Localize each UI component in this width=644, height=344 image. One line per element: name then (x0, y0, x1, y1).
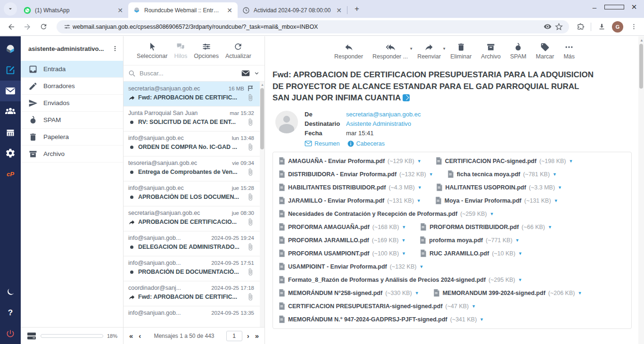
extensions-icon[interactable] (575, 21, 586, 33)
browser-tab[interactable]: (1) WhatsApp ✕ (19, 2, 128, 18)
sidebar-item-calendar[interactable] (0, 122, 21, 143)
folder-item-spam[interactable]: SPAM (21, 112, 123, 129)
attachment-item[interactable]: PROFORMA JARAMILLO.pdf (~169 KB) ▼ (279, 235, 405, 246)
address-bar[interactable]: webmail.sanjuan.gob.ec/cpsess8086906572/… (57, 20, 569, 33)
sidebar-item-mail[interactable] (0, 81, 21, 101)
attachment-item[interactable]: Moya - Enviar Proforma.pdf (~131 KB) ▼ (435, 196, 558, 206)
attachment-name[interactable]: MEMORÁNDUM N.° 947-2024-GADPRSJ-PJFT-sig… (288, 316, 447, 323)
attachment-name[interactable]: PROFORMA JARAMILLO.pdf (288, 237, 369, 244)
attachment-item[interactable]: JARAMILLO - Enviar Proforma.pdf (~131 KB… (279, 196, 421, 206)
attachment-menu-caret-icon[interactable]: ▼ (419, 264, 423, 269)
attachment-menu-caret-icon[interactable]: ▼ (479, 317, 484, 322)
message-list-item[interactable]: info@sanjuan.gob... 2024-09-25 17:51 PRO… (124, 256, 264, 281)
attachment-menu-caret-icon[interactable]: ▼ (554, 198, 558, 203)
preview-eye-icon[interactable] (542, 21, 553, 33)
header-action-cabeceras[interactable]: Cabeceras (347, 140, 385, 147)
attachment-item[interactable]: PROFORMA DISTRIBUIDOR.pdf (~66 KB) ▼ (420, 222, 552, 232)
next-page-button[interactable]: › (246, 332, 250, 340)
last-page-button[interactable]: » (254, 332, 260, 340)
attachment-name[interactable]: ficha tecnica moya.pdf (457, 171, 520, 178)
folder-item-borradores[interactable]: Borradores (21, 78, 123, 95)
search-input[interactable] (140, 70, 238, 77)
attachment-menu-caret-icon[interactable]: ▼ (401, 238, 405, 243)
list-toolbar-options-button[interactable]: Opciones (194, 42, 219, 59)
dropdown-caret-icon[interactable]: ▼ (409, 47, 413, 51)
message-list-item[interactable]: info@sanjuan.gob... 2024-09-25 19:24 DEL… (124, 231, 264, 256)
attachment-menu-caret-icon[interactable]: ▼ (417, 198, 421, 203)
attachment-name[interactable]: USAMPIOINT - Enviar Proforma.pdf (288, 263, 387, 270)
attachment-name[interactable]: DISTRIBUIDORA - Enviar Proforma.pdf (288, 171, 396, 178)
edit-as-new-icon[interactable] (403, 94, 410, 101)
browser-tab[interactable]: Actividad 2024-09-27 08:00:00 ✕ (238, 2, 347, 18)
attachment-menu-caret-icon[interactable]: ▼ (558, 185, 562, 190)
attachment-item[interactable]: PROFORMA AMAGUAÑA.pdf (~168 KB) ▼ (279, 222, 406, 232)
attachment-menu-caret-icon[interactable]: ▼ (490, 212, 494, 216)
attachment-menu-caret-icon[interactable]: ▼ (402, 251, 406, 256)
header-action-resumen[interactable]: Resumen (305, 140, 340, 147)
attachment-menu-caret-icon[interactable]: ▼ (569, 159, 573, 164)
message-toolbar-junk-button[interactable]: SPAM (510, 42, 527, 60)
header-value[interactable]: Asistente Administrativo (346, 120, 411, 127)
folder-item-enviados[interactable]: Enviados (21, 95, 123, 112)
message-toolbar-tag-button[interactable]: Marcar (536, 42, 554, 60)
message-list-item[interactable]: info@sanjuan.gob.ec lun 13:48 ORDEN DE C… (124, 131, 264, 156)
attachment-item[interactable]: HABILITANTES DISTRIBUIDOR.pdf (~4.3 MB) … (279, 182, 422, 193)
attachment-menu-caret-icon[interactable]: ▼ (515, 238, 520, 243)
attachment-item[interactable]: AMAGUAÑA - Enviar Proforma.pdf (~129 KB)… (279, 156, 421, 166)
attachment-item[interactable]: Formato_8_Razón de Proformas y Análisis … (279, 275, 522, 285)
maximize-button[interactable] (604, 0, 624, 14)
prev-page-button[interactable]: ‹ (138, 332, 142, 340)
page-number-input[interactable] (226, 331, 242, 341)
browser-menu-icon[interactable] (628, 21, 639, 33)
attachment-menu-caret-icon[interactable]: ▼ (415, 291, 419, 295)
list-scrollbar[interactable]: ▲ (260, 82, 264, 327)
folder-item-papelera[interactable]: Papelera (21, 129, 123, 146)
attachment-name[interactable]: Moya - Enviar Proforma.pdf (445, 197, 521, 204)
tab-close-icon[interactable]: ✕ (335, 7, 343, 14)
message-list-item[interactable]: tesoreria@sanjuan.gob.ec vie 09:34 Entre… (124, 156, 264, 181)
attachment-name[interactable]: proforma moya.pdf (429, 237, 483, 244)
url-text[interactable]: webmail.sanjuan.gob.ec/cpsess8086906572/… (73, 24, 542, 30)
search-scope-envelope-icon[interactable] (241, 70, 250, 77)
message-toolbar-forward-button[interactable]: ▼ Reenviar (417, 42, 441, 60)
profile-avatar[interactable]: G (612, 21, 623, 33)
close-button[interactable]: ✕ (624, 0, 644, 14)
attachment-item[interactable]: Necesidades de Contratación y Recepción … (279, 209, 494, 219)
first-page-button[interactable]: « (128, 332, 134, 340)
attachment-item[interactable]: USAMPIOINT - Enviar Proforma.pdf (~132 K… (279, 262, 423, 272)
search-options-chevron-icon[interactable] (254, 70, 260, 76)
back-button[interactable] (5, 20, 18, 33)
attachment-item[interactable]: MEMORÁNDUM N°258-signed.pdf (~330 KB) ▼ (279, 288, 419, 298)
attachment-item[interactable]: CERTIFICACION PAC-signed.pdf (~198 KB) ▼ (436, 156, 573, 166)
folder-item-entrada[interactable]: Entrada (21, 61, 123, 78)
message-toolbar-more-button[interactable]: Más (563, 42, 575, 60)
sidebar-item-help[interactable]: ? (0, 303, 21, 323)
attachment-item[interactable]: HALITANTES USOPROIN.pdf (~3.3 MB) ▼ (436, 182, 562, 193)
attachment-name[interactable]: Formato_8_Razón de Proformas y Análisis … (288, 277, 486, 283)
folder-item-archivo[interactable]: Archivo (21, 146, 123, 163)
attachment-name[interactable]: PROFORMA AMAGUAÑA.pdf (288, 224, 370, 230)
attachment-item[interactable]: proforma moya.pdf (~771 KB) ▼ (420, 235, 519, 246)
attachment-item[interactable]: DISTRIBUIDORA - Enviar Proforma.pdf (~13… (279, 169, 433, 180)
attachment-menu-caret-icon[interactable]: ▼ (518, 278, 522, 282)
list-toolbar-pointer-button[interactable]: Seleccionar (137, 42, 167, 59)
attachment-menu-caret-icon[interactable]: ▼ (418, 185, 422, 190)
attachment-menu-caret-icon[interactable]: ▼ (548, 225, 552, 229)
attachment-name[interactable]: PROFORMA USAMPIONT.pdf (288, 250, 369, 257)
attachment-name[interactable]: RUC JARAMILLO.pdf (429, 250, 489, 257)
attachment-name[interactable]: CERTIFICACION PRESUPUESTARIA-signed-sign… (288, 303, 443, 310)
attachment-name[interactable]: Necesidades de Contratación y Recepción … (288, 211, 457, 217)
sidebar-item-cpanel[interactable]: cP (0, 164, 21, 184)
attachment-name[interactable]: HALITANTES USOPROIN.pdf (446, 184, 526, 191)
message-list-item[interactable]: info@sanjuan.gob.ec jue 15:28 APROBACIÓN… (124, 181, 264, 206)
attachment-name[interactable]: CERTIFICACION PAC-signed.pdf (445, 158, 537, 164)
attachment-menu-caret-icon[interactable]: ▼ (471, 304, 476, 309)
bookmark-star-icon[interactable] (553, 21, 564, 33)
attachment-item[interactable]: ficha tecnica moya.pdf (~781 KB) ▼ (447, 169, 557, 180)
sidebar-item-compose[interactable] (0, 60, 21, 81)
attachment-menu-caret-icon[interactable]: ▼ (429, 172, 433, 177)
attachment-name[interactable]: PROFORMA DISTRIBUIDOR.pdf (429, 224, 519, 230)
message-list-item[interactable]: coordinador@sanj... 2024-09-25 17:18 Fwd… (124, 281, 264, 306)
sidebar-item-contacts[interactable] (0, 101, 21, 122)
list-toolbar-threads-button[interactable]: Hilos (174, 42, 187, 59)
